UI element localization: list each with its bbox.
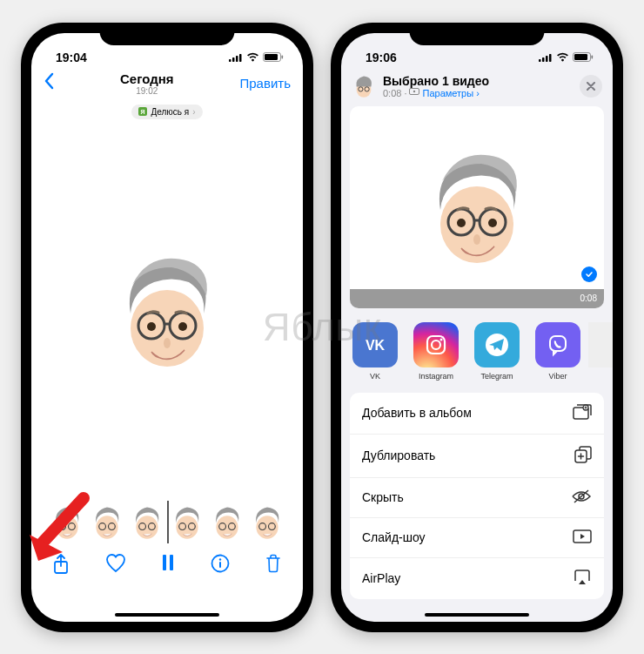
selected-checkmark[interactable]	[581, 266, 597, 282]
share-header-duration: 0:08	[383, 88, 401, 98]
svg-text:Я: Я	[141, 109, 145, 115]
nav-title-wrap: Сегодня 19:02	[120, 71, 174, 96]
airplay-icon	[573, 570, 592, 588]
action-label: Дублировать	[362, 448, 435, 462]
badge-icon: Я	[138, 107, 147, 116]
app-label: Viber	[549, 372, 567, 381]
app-label: VK	[370, 372, 380, 381]
action-hide[interactable]: Скрыть	[350, 478, 604, 518]
svg-point-8	[131, 290, 204, 367]
wifi-icon	[556, 51, 569, 64]
svg-point-51	[440, 186, 513, 263]
notch	[100, 23, 235, 45]
duplicate-icon	[574, 446, 592, 466]
home-indicator[interactable]	[425, 613, 529, 617]
album-icon	[573, 404, 592, 422]
share-app-viber[interactable]: Viber	[527, 322, 588, 381]
action-label: Скрыть	[362, 490, 404, 504]
action-label: AirPlay	[362, 571, 400, 585]
favorite-button[interactable]	[105, 554, 126, 578]
delete-button[interactable]	[265, 554, 282, 578]
phone-right: 19:06 Выбрано 1 видео 0:08 · Параметры ›	[331, 23, 623, 632]
telegram-icon	[474, 322, 520, 367]
thumbnail[interactable]	[169, 502, 205, 542]
signal-icon	[229, 51, 243, 64]
share-sheet-header: Выбрано 1 видео 0:08 · Параметры ›	[341, 64, 613, 106]
svg-rect-39	[539, 59, 541, 62]
svg-rect-35	[170, 555, 173, 570]
app-label: Instagram	[419, 372, 453, 381]
share-actions-list: Добавить в альбом Дублировать Скрыть Сла…	[350, 393, 604, 599]
hide-icon	[571, 489, 592, 506]
share-app-more[interactable]	[588, 322, 613, 381]
sharing-badge[interactable]: Я Делюсь я ›	[131, 105, 202, 119]
info-button[interactable]	[211, 554, 230, 578]
video-scrubber[interactable]: 0:08	[350, 289, 604, 308]
instagram-icon	[413, 322, 459, 367]
svg-rect-6	[282, 55, 284, 58]
svg-rect-44	[574, 54, 587, 60]
status-time: 19:04	[56, 51, 87, 64]
svg-rect-40	[542, 57, 545, 62]
svg-point-56	[488, 219, 497, 227]
svg-point-37	[218, 558, 220, 560]
phone-left: 19:04 Сегодня 19:02 Править Я Делюсь	[21, 23, 313, 632]
vk-icon: VK	[352, 322, 398, 367]
svg-rect-45	[592, 55, 594, 58]
annotation-arrow	[21, 491, 99, 573]
action-slideshow[interactable]: Слайд-шоу	[350, 518, 604, 558]
action-duplicate[interactable]: Дублировать	[350, 435, 604, 478]
svg-point-55	[457, 219, 466, 227]
viber-icon	[535, 322, 580, 367]
slideshow-icon	[573, 529, 592, 546]
photo-viewer[interactable]	[31, 119, 303, 502]
thumbnail[interactable]	[129, 502, 165, 542]
share-apps-row[interactable]: VK VK Instagram Telegram Viber	[341, 308, 613, 393]
svg-point-61	[440, 338, 443, 340]
svg-rect-42	[549, 54, 552, 62]
status-time: 19:06	[366, 51, 397, 64]
battery-icon	[263, 51, 284, 64]
svg-text:VK: VK	[366, 338, 386, 353]
nav-subtitle: 19:02	[120, 86, 174, 96]
share-app-instagram[interactable]: Instagram	[406, 322, 466, 381]
notch	[410, 23, 545, 45]
svg-point-12	[147, 322, 156, 331]
pause-button[interactable]	[161, 554, 175, 578]
share-preview[interactable]: 0:08	[350, 106, 604, 308]
memoji-preview	[106, 246, 228, 376]
badge-text: Делюсь я	[151, 107, 189, 117]
action-airplay[interactable]: AirPlay	[350, 558, 604, 599]
playback-icon	[409, 88, 419, 98]
svg-rect-34	[163, 555, 166, 570]
share-app-vk[interactable]: VK VK	[345, 322, 406, 381]
share-app-telegram[interactable]: Telegram	[466, 322, 527, 381]
home-indicator[interactable]	[115, 613, 219, 617]
header-thumbnail	[352, 73, 376, 99]
svg-rect-41	[546, 56, 548, 62]
svg-rect-38	[219, 562, 221, 568]
chevron-right-icon: ›	[192, 107, 195, 117]
svg-rect-3	[239, 54, 242, 62]
back-button[interactable]	[44, 72, 54, 95]
scrub-duration: 0:08	[580, 293, 597, 303]
wifi-icon	[246, 51, 259, 64]
thumbnail[interactable]	[209, 502, 245, 542]
svg-rect-5	[265, 54, 278, 60]
edit-button[interactable]: Править	[240, 76, 292, 91]
separator: ·	[404, 88, 406, 98]
share-header-title: Выбрано 1 видео	[383, 74, 573, 88]
options-button[interactable]: Параметры ›	[422, 88, 479, 98]
svg-point-57	[473, 234, 480, 245]
action-add-to-album[interactable]: Добавить в альбом	[350, 393, 604, 435]
close-button[interactable]	[580, 75, 602, 98]
action-label: Добавить в альбом	[362, 406, 472, 420]
nav-bar: Сегодня 19:02 Править	[31, 64, 303, 99]
action-label: Слайд-шоу	[362, 530, 426, 544]
svg-rect-0	[229, 59, 231, 62]
thumbnail[interactable]	[249, 502, 285, 542]
svg-rect-1	[232, 57, 235, 62]
svg-point-60	[432, 340, 440, 349]
more-icon	[588, 322, 613, 367]
battery-icon	[573, 51, 594, 64]
